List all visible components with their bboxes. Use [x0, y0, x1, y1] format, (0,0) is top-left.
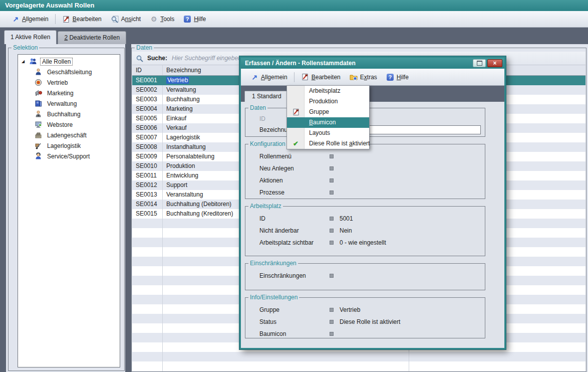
tree-item-geschäftsleitung[interactable]: Geschäftsleitung: [18, 67, 120, 77]
users-icon: [29, 58, 37, 65]
square-bullet-icon[interactable]: [330, 217, 334, 221]
square-bullet-icon[interactable]: [330, 191, 334, 195]
context-menu-item-diese-rolle-ist-aktiviert[interactable]: ✔Diese Rolle ist aktiviert: [287, 138, 369, 149]
cell-id: SE0009: [132, 152, 163, 161]
square-bullet-icon[interactable]: [330, 229, 334, 233]
cell-id: [132, 371, 163, 371]
field-row-nicht-änderbar: Nicht änderbarNein: [245, 225, 485, 237]
tree-item-label: Buchhaltung: [45, 110, 83, 118]
tree-item-ladengeschäft[interactable]: Ladengeschäft: [18, 130, 120, 140]
tree-item-lagerlogistik[interactable]: Lagerlogistik: [18, 140, 120, 151]
tree-item-label: Vertrieb: [45, 79, 70, 87]
menu-item-hilfe[interactable]: ?Hilfe: [179, 14, 210, 25]
cell-id: [132, 361, 163, 371]
field-label: Gruppe: [259, 306, 330, 313]
tree-item-label: Ladengeschäft: [45, 131, 89, 139]
edit-document-icon: [301, 73, 309, 81]
dialog-title: Erfassen / Ändern - Rollenstammdaten: [245, 60, 471, 67]
tab-standard[interactable]: 1 Standard: [244, 91, 289, 102]
tree-item-vertrieb[interactable]: Vertrieb: [18, 77, 120, 88]
column-header-id[interactable]: ID: [132, 65, 163, 75]
context-menu-item-baumicon[interactable]: Baumicon: [287, 117, 369, 128]
tree-item-alle-rollen[interactable]: ◢Alle Rollen: [18, 56, 120, 67]
cell-id: SE0001: [132, 76, 163, 85]
tree-item-webstore[interactable]: Webstore: [18, 119, 120, 130]
square-bullet-icon[interactable]: [330, 320, 334, 324]
menu-item-allgemein[interactable]: ↗Allgemein: [246, 72, 292, 83]
webstore-icon: [34, 121, 42, 128]
restore-icon: [477, 61, 482, 66]
cell-id: [132, 342, 163, 352]
square-bullet-icon[interactable]: [330, 308, 334, 312]
field-label: Rollenmenü: [259, 153, 330, 160]
cell-id: [132, 304, 163, 314]
cell-id: [132, 276, 163, 285]
menu-item-tools[interactable]: ⚙Tools: [145, 14, 179, 25]
left-edge-strip: [0, 44, 6, 372]
context-menu-item-produktion[interactable]: Produktion: [287, 96, 369, 107]
dialog-sections: KonfigurationRollenmenüNeu AnlegenAktion…: [245, 144, 504, 338]
cell-id: SE0004: [132, 104, 163, 114]
square-bullet-icon[interactable]: [330, 154, 334, 158]
menu-separator: [294, 72, 295, 82]
groupbox-einschränkungen: EinschränkungenEinschränkungen: [245, 263, 485, 290]
context-menu-item-arbeitsplatz[interactable]: Arbeitsplatz: [287, 86, 369, 96]
cell-id: SE0011: [132, 171, 163, 180]
tab-aktive-rollen[interactable]: 1 Aktive Rollen: [4, 30, 57, 44]
menu-item-bearbeiten[interactable]: Bearbeiten: [297, 72, 345, 83]
context-menu-item-label: Baumicon: [309, 119, 336, 126]
field-row-arbeitsplatz-sichtbar: Arbeitsplatz sichtbar0 - wie eingestellt: [245, 237, 485, 249]
menu-item-extras[interactable]: Extras: [345, 72, 382, 83]
context-menu-item-gruppe[interactable]: Gruppe: [287, 107, 369, 117]
square-bullet-icon[interactable]: [330, 332, 334, 336]
edit-document-icon: [62, 15, 70, 23]
field-row-baumicon: Baumicon: [245, 328, 485, 340]
field-row-gruppe: GruppeVertrieb: [245, 304, 485, 316]
field-row-id: ID5001: [245, 213, 485, 225]
dialog-menubar: ↗AllgemeinBearbeitenExtras?Hilfe: [241, 69, 504, 86]
menu-item-allgemein[interactable]: ↗Allgemein: [7, 14, 53, 25]
menu-separator: [55, 14, 56, 24]
dialog-title-bar: Erfassen / Ändern - Rollenstammdaten ×: [241, 58, 504, 69]
dialog-content: Daten ID Bezeichnung KonfigurationRollen…: [241, 102, 504, 348]
cell-id: SE0008: [132, 142, 163, 152]
square-bullet-icon[interactable]: [330, 166, 334, 170]
square-bullet-icon[interactable]: [330, 241, 334, 245]
cell-id: [132, 228, 163, 238]
tree-item-buchhaltung[interactable]: Buchhaltung: [18, 109, 120, 119]
groupbox-title: Einschränkungen: [248, 260, 298, 267]
square-bullet-icon[interactable]: [330, 274, 334, 278]
menu-item-bearbeiten[interactable]: Bearbeiten: [58, 14, 106, 25]
tree-item-verwaltung[interactable]: Verwaltung: [18, 98, 120, 109]
cell-id: SE0007: [132, 133, 163, 142]
menu-item-label: Hilfe: [194, 16, 206, 23]
field-value: 5001: [340, 215, 353, 222]
check-icon: ✔: [291, 139, 300, 148]
field-row-prozesse: Prozesse: [245, 187, 485, 199]
menu-item-ansicht[interactable]: Ansicht: [106, 14, 145, 25]
menu-item-hilfe[interactable]: ?Hilfe: [382, 72, 413, 83]
tree-item-service-support[interactable]: Service/Support: [18, 151, 120, 161]
rollenstammdaten-dialog: Erfassen / Ändern - Rollenstammdaten × ↗…: [239, 56, 506, 349]
panel-splitter[interactable]: [125, 44, 131, 372]
close-icon: ×: [493, 60, 496, 67]
restore-button[interactable]: [473, 59, 486, 67]
field-row-neu-anlegen: Neu Anlegen: [245, 162, 485, 174]
cell-id: [132, 285, 163, 295]
table-row-empty: [132, 371, 585, 371]
groupbox-arbeitsplatz: ArbeitsplatzID5001Nicht änderbarNeinArbe…: [245, 206, 485, 256]
context-menu-item-layouts[interactable]: Layouts: [287, 128, 369, 138]
tab-deaktivierte-rollen[interactable]: 2 Deaktivierte Rollen: [58, 31, 126, 44]
tree-item-marketing[interactable]: Marketing: [18, 88, 120, 98]
field-value: Diese Rolle ist aktiviert: [340, 318, 400, 325]
field-label: Neu Anlegen: [259, 165, 330, 172]
expander-icon[interactable]: ◢: [20, 59, 26, 64]
close-button[interactable]: ×: [487, 59, 502, 67]
cell-id: SE0014: [132, 200, 163, 209]
context-menu-item-label: Layouts: [309, 129, 330, 136]
field-label: Baumicon: [259, 330, 330, 337]
groupbox-title: Info/Einstellungen: [248, 294, 299, 301]
dialog-tab-strip: 1 Standard: [241, 86, 504, 102]
square-bullet-icon[interactable]: [330, 178, 334, 182]
cell-bezeichnung: [163, 361, 409, 371]
